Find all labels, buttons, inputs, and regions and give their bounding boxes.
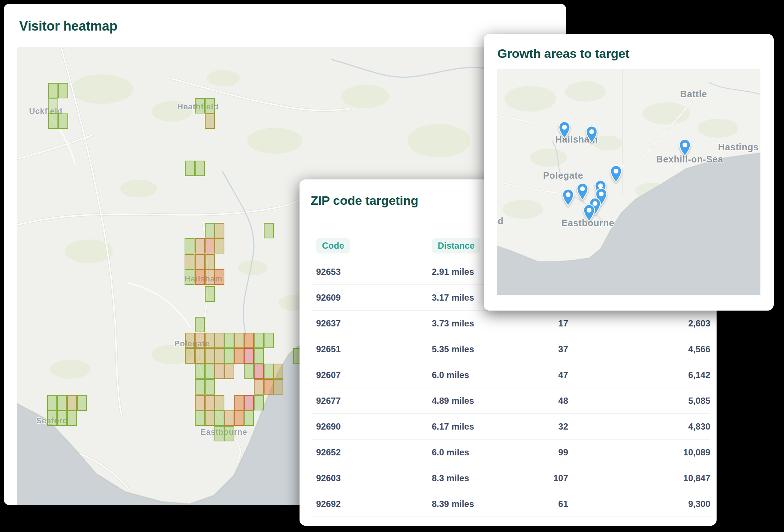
growth-areas-card: Growth areas to target	[484, 34, 774, 311]
map-pin-icon[interactable]	[576, 183, 589, 200]
heat-cell	[214, 364, 224, 379]
heat-cell	[205, 269, 215, 285]
heat-cell	[224, 426, 234, 441]
table-row: 926928.39 miles619,300	[311, 491, 710, 517]
heat-cell	[205, 410, 215, 426]
heat-cell	[185, 254, 195, 270]
heat-cell	[214, 223, 224, 238]
heat-cell	[244, 364, 254, 379]
heat-cell	[254, 333, 264, 348]
heat-cell	[214, 269, 224, 285]
visitor-heatmap-title: Visitor heatmap	[19, 18, 117, 34]
map-pin-icon[interactable]	[585, 126, 598, 143]
heat-cell	[214, 426, 224, 441]
heat-cell	[185, 348, 195, 364]
map-pin-icon[interactable]	[583, 204, 595, 222]
heat-cell	[185, 269, 195, 285]
heat-cell	[205, 113, 215, 129]
cell-code: 92607	[316, 370, 432, 380]
cell-distance: 6.0 miles	[432, 447, 491, 458]
cell-distance: 6.0 miles	[432, 370, 491, 380]
heat-cell	[195, 98, 205, 113]
heat-cell	[244, 410, 254, 426]
table-row: 926076.0 miles476,142	[311, 362, 710, 388]
heat-cell	[205, 286, 215, 302]
heat-cell	[195, 269, 205, 285]
cell-col4: 10,089	[568, 447, 710, 458]
heat-cell	[205, 223, 215, 238]
cell-distance: 3.17 miles	[432, 293, 491, 303]
cell-distance: 8.3 miles	[432, 473, 491, 483]
cell-col4: 6,142	[568, 370, 710, 380]
heat-cell	[58, 83, 68, 98]
heat-cell	[205, 379, 215, 395]
dashboard: Visitor heatmap	[0, 0, 784, 532]
heat-cell	[57, 395, 67, 411]
heat-cell	[214, 395, 224, 410]
heat-cell	[254, 395, 264, 410]
cell-distance: 6.17 miles	[432, 421, 491, 432]
heat-cell	[205, 238, 215, 253]
heat-cell	[244, 348, 254, 364]
heat-cell	[205, 395, 215, 410]
cell-code: 92651	[316, 344, 432, 354]
cell-col4: 4,830	[568, 421, 710, 432]
cell-col4: 5,085	[568, 396, 710, 406]
heat-cell	[214, 410, 224, 426]
cell-distance: 8.39 miles	[432, 499, 491, 509]
cell-code: 92653	[316, 267, 432, 277]
growth-map-artwork	[497, 69, 760, 295]
heat-cell	[264, 333, 274, 348]
cell-col4: 2,603	[568, 318, 710, 329]
heat-cell	[48, 83, 58, 98]
heat-cell	[77, 395, 87, 411]
heat-cell	[205, 98, 215, 113]
cell-distance: 2.91 miles	[432, 267, 491, 277]
heat-cell	[224, 333, 234, 348]
table-row: 926373.73 miles172,603	[311, 311, 710, 336]
heat-cell	[47, 410, 57, 426]
heat-cell	[214, 333, 224, 348]
heat-cell	[254, 364, 264, 379]
cell-code: 92692	[316, 499, 432, 509]
heat-cell	[273, 379, 283, 395]
heat-cell	[234, 395, 244, 410]
map-pin-icon[interactable]	[562, 189, 574, 206]
cell-code: 92677	[316, 396, 432, 406]
heat-cell	[195, 254, 205, 270]
heat-cell	[264, 379, 274, 395]
heat-cell	[273, 364, 283, 379]
cell-distance: 4.89 miles	[432, 396, 491, 406]
heat-cell	[224, 410, 234, 426]
cell-col3: 107	[491, 473, 568, 483]
growth-areas-map[interactable]: BattleHastingsBexhill-on-SeaHailshamPole…	[497, 69, 760, 295]
cell-distance: 3.73 miles	[432, 318, 491, 329]
heat-cell	[224, 364, 234, 379]
cell-col3: 37	[491, 344, 568, 354]
town-label: d	[498, 216, 504, 227]
column-header-code[interactable]: Code	[316, 238, 350, 253]
growth-areas-title: Growth areas to target	[497, 46, 629, 61]
column-header-distance[interactable]: Distance	[432, 238, 480, 253]
heat-cell	[67, 395, 77, 411]
heat-cell	[57, 410, 67, 426]
heat-cell	[214, 348, 224, 364]
heat-cell	[195, 379, 205, 395]
map-pin-icon[interactable]	[610, 165, 622, 183]
heat-cell	[224, 348, 234, 364]
table-row: 926515.35 miles374,566	[311, 336, 710, 362]
map-pin-icon[interactable]	[679, 139, 691, 157]
cell-code: 92690	[316, 421, 432, 432]
heat-cell	[205, 364, 215, 379]
table-row: 926774.89 miles485,085	[311, 388, 710, 414]
map-pin-icon[interactable]	[558, 121, 571, 139]
heat-cell	[48, 113, 58, 129]
heat-cell	[47, 395, 57, 411]
zip-targeting-title: ZIP code targeting	[311, 193, 418, 208]
heat-cell	[234, 333, 244, 348]
heat-cell	[195, 333, 205, 348]
cell-col3: 32	[491, 421, 568, 432]
table-row: 926038.3 miles10710,847	[311, 465, 710, 491]
cell-col3: 47	[491, 370, 568, 380]
heat-cell	[185, 333, 195, 348]
